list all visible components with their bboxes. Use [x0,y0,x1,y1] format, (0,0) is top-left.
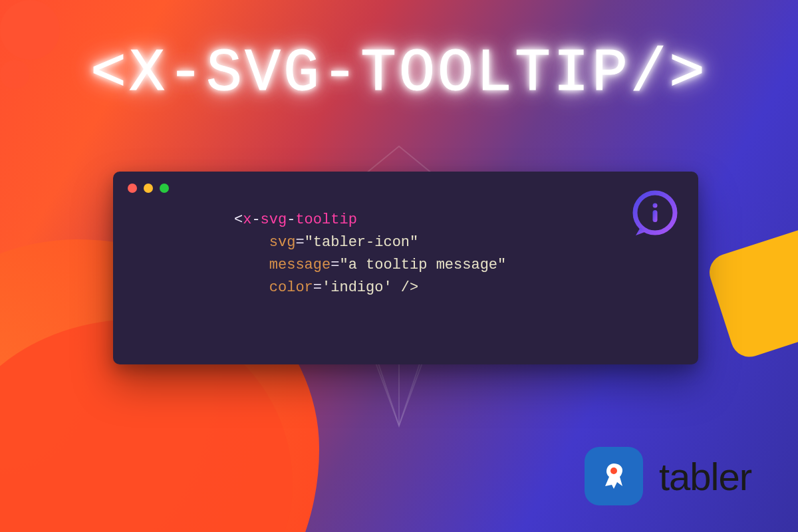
code-tag-part: x [243,211,251,228]
brand-name: tabler [659,454,751,499]
code-bracket: < [234,211,243,228]
window-traffic-lights [128,184,684,193]
code-attr: svg [269,234,296,251]
hero-title: <X-SVG-TOOLTIP/> [90,40,708,108]
minimize-icon[interactable] [144,184,153,193]
code-close: /> [392,279,419,296]
close-icon[interactable] [128,184,137,193]
code-snippet: <x-svg-tooltip svg="tabler-icon" message… [234,209,684,299]
code-attr: color [269,279,313,296]
code-string: "a tooltip message" [339,257,506,273]
svg-point-3 [610,467,617,474]
svg-point-1 [653,203,658,208]
brand-footer: tabler [585,447,751,505]
code-window: <x-svg-tooltip svg="tabler-icon" message… [113,172,698,364]
yellow-accent-shape [705,223,798,362]
accent-dot [0,60,29,89]
accent-dot [0,0,60,60]
tabler-logo-icon [585,447,643,505]
code-tag-part: svg [261,211,287,228]
code-tag-part: tooltip [295,211,356,228]
svg-rect-2 [653,210,658,222]
code-string: 'indigo' [322,279,392,296]
code-attr: message [269,257,331,273]
code-string: "tabler-icon" [305,234,419,251]
maximize-icon[interactable] [160,184,169,193]
info-bubble-icon [629,189,681,243]
